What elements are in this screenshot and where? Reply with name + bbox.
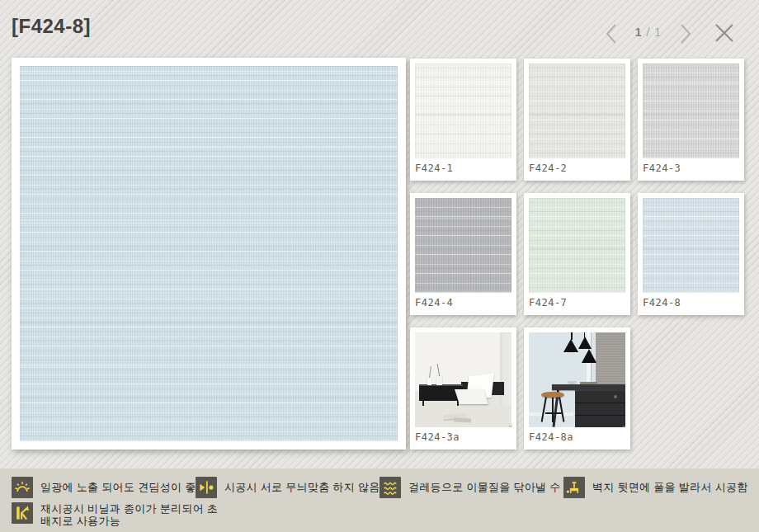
thumbnail-f424-8a[interactable]: JEIL WALLPAPER F424-8a <box>524 327 630 450</box>
thumbnail-label: F424-4 <box>415 297 512 308</box>
thumbnail-grid: F424-1 F424-2 F424-3 F424-4 F424-7 F424-… <box>410 59 746 450</box>
swatch-image <box>529 64 625 158</box>
feature-wipeable: 걸레등으로 이물질을 닦아낼 수 있음 <box>380 477 586 498</box>
page-current: 1 <box>635 26 643 39</box>
thumbnail-f424-2[interactable]: F424-2 <box>524 59 630 181</box>
feature-sunlight: 일광에 노출 되어도 견딤성이 좋음 <box>12 477 207 498</box>
thumbnail-f424-8[interactable]: F424-8 <box>638 193 744 315</box>
feature-label: 벽지 뒷면에 풀을 발라서 시공함 <box>592 477 748 498</box>
thumbnail-label: F424-1 <box>415 162 512 174</box>
feature-label: 걸레등으로 이물질을 닦아낼 수 있음 <box>408 477 586 498</box>
vase <box>436 376 442 385</box>
pendant-lamp <box>578 337 592 349</box>
feature-paste-applied: 벽지 뒷면에 풀을 발라서 시공함 <box>563 477 748 498</box>
feature-no-pattern-match: 시공시 서로 무늬맞춤 하지 않음 <box>196 477 380 498</box>
main-preview-swatch <box>20 66 398 441</box>
thumbnail-f424-4[interactable]: F424-4 <box>410 193 516 315</box>
vase <box>427 378 431 385</box>
thumbnail-f424-3[interactable]: F424-3 <box>638 59 744 181</box>
swatch-image <box>529 198 625 293</box>
page-total: 1 <box>654 26 662 39</box>
pattern-match-icon <box>196 477 217 498</box>
close-icon <box>713 21 736 45</box>
thumbnail-label: F424-2 <box>529 162 625 174</box>
peel-icon <box>12 502 33 524</box>
paste-icon <box>563 477 585 498</box>
swatch-image <box>643 198 739 293</box>
thumbnail-label: F424-7 <box>529 297 625 308</box>
page-separator: / <box>643 26 655 39</box>
curtain <box>500 332 512 407</box>
room-scene-image: JEIL WALLPAPER <box>529 332 625 427</box>
page-indicator: 1 / 1 <box>625 26 672 39</box>
feature-label: 시공시 서로 무늬맞춤 하지 않음 <box>224 477 380 498</box>
stool <box>541 392 564 398</box>
sun-icon <box>12 477 33 498</box>
main-preview-card <box>12 58 406 450</box>
pendant-lamp <box>582 349 596 363</box>
thumbnail-label: F424-3a <box>415 431 512 443</box>
feature-bar: 일광에 노출 되어도 견딤성이 좋음 시공시 서로 무늬맞춤 하지 않음 <box>0 468 759 532</box>
thumbnail-label: F424-8a <box>529 431 625 443</box>
feature-peelable: 재시공시 비닐과 종이가 분리되어 초 배지로 사용가능 <box>12 502 218 527</box>
desk <box>552 384 625 390</box>
page-title: [F424-8] <box>12 15 91 38</box>
thumbnail-label: F424-8 <box>643 297 739 308</box>
thumbnail-f424-7[interactable]: F424-7 <box>524 193 630 315</box>
wallpaper-viewer: [F424-8] 1 / 1 F424-1 F424-2 F424-3 <box>0 0 759 532</box>
thumbnail-f424-1[interactable]: F424-1 <box>410 59 516 181</box>
swatch-image <box>643 64 739 158</box>
thumbnail-label: F424-3 <box>643 162 739 174</box>
thumbnail-f424-3a[interactable]: JEIL WALLPAPER F424-3a <box>410 327 516 450</box>
feature-label: 재시공시 비닐과 종이가 분리되어 초 배지로 사용가능 <box>40 502 218 527</box>
close-button[interactable] <box>711 20 738 46</box>
room-scene-image: JEIL WALLPAPER <box>415 332 512 427</box>
swatch-image <box>415 64 512 158</box>
pendant-lamp <box>563 339 578 352</box>
swatch-image <box>415 198 512 293</box>
chevron-right-icon <box>677 22 694 45</box>
prev-page-button[interactable] <box>601 21 622 46</box>
wipe-clean-icon <box>380 477 401 498</box>
next-page-button[interactable] <box>675 21 696 46</box>
feature-label: 일광에 노출 되어도 견딤성이 좋음 <box>40 477 207 498</box>
chevron-left-icon <box>603 22 620 45</box>
